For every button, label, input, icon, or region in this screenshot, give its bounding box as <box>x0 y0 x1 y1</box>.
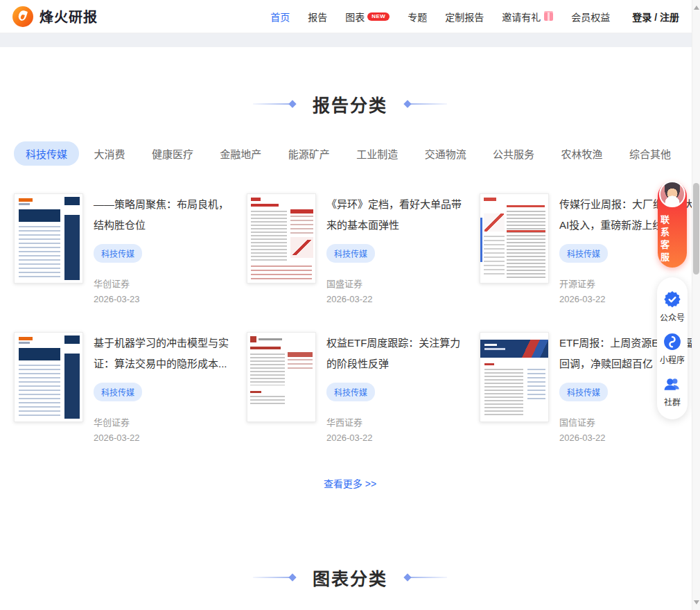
title-decor-right <box>408 103 447 105</box>
report-date: 2026-03-22 <box>94 433 236 443</box>
title-decor-left <box>253 103 292 105</box>
report-card[interactable]: 基于机器学习的冲击模型与实证：算法交易中的隐形成本... 科技传媒 华创证券 2… <box>14 332 247 443</box>
nav-item-label: 邀请有礼 <box>502 10 541 24</box>
report-thumbnail <box>480 193 549 284</box>
nav-item-label: 报告 <box>308 10 327 24</box>
top-navigation-bar: 烽火研报 首页 报告 图表NEW 专题 定制报告 邀请有礼 会员权益 登录 / … <box>0 0 700 33</box>
report-title[interactable]: 基于机器学习的冲击模型与实证：算法交易中的隐形成本... <box>94 333 236 374</box>
report-thumbnail <box>14 332 83 422</box>
tab-tech-media[interactable]: 科技传媒 <box>14 141 79 166</box>
floating-widgets: 联系客服 公众号 小程序 <box>657 182 688 419</box>
header-divider-band <box>0 33 700 47</box>
report-tag[interactable]: 科技传媒 <box>559 244 608 263</box>
customer-service-avatar <box>659 181 685 207</box>
badge-check-icon <box>663 290 681 308</box>
nav-item-label: 定制报告 <box>445 10 484 24</box>
community-button[interactable]: 社群 <box>657 370 688 412</box>
report-tag[interactable]: 科技传媒 <box>94 383 142 401</box>
nav-item-membership[interactable]: 会员权益 <box>571 10 610 24</box>
report-card[interactable]: 权益ETF周度跟踪：关注算力的阶段性反弹 科技传媒 华西证券 2026-03-2… <box>247 332 480 443</box>
report-tag[interactable]: 科技传媒 <box>94 244 142 263</box>
report-section: 报告分类 科技传媒 大消费 健康医疗 金融地产 能源矿产 工业制造 交通物流 公… <box>0 47 700 490</box>
chart-section-title: 图表分类 <box>313 565 387 590</box>
scrollbar-thumb[interactable] <box>693 183 699 274</box>
report-card-body: ——策略周聚焦：布局良机，结构胜仓位 科技传媒 华创证券 2026-03-23 <box>94 193 236 304</box>
report-date: 2026-03-22 <box>559 433 700 443</box>
title-decor-right <box>408 577 447 578</box>
main-nav: 首页 报告 图表NEW 专题 定制报告 邀请有礼 会员权益 登录 / 注册 <box>270 10 679 24</box>
tab-consumer[interactable]: 大消费 <box>82 141 137 166</box>
report-card-body: 权益ETF周度跟踪：关注算力的阶段性反弹 科技传媒 华西证券 2026-03-2… <box>326 332 469 443</box>
customer-service-label: 联系客服 <box>658 212 687 268</box>
tab-agriculture[interactable]: 农林牧渔 <box>550 141 615 166</box>
nav-item-invite-rewards[interactable]: 邀请有礼 <box>502 10 553 24</box>
report-section-header: 报告分类 <box>0 47 700 116</box>
mini-program-button[interactable]: 小程序 <box>657 328 688 370</box>
report-card[interactable]: 《异环》定档，看好大单品带来的基本面弹性 科技传媒 国盛证券 2026-03-2… <box>247 193 480 304</box>
quick-links-panel: 公众号 小程序 社群 <box>657 277 688 419</box>
official-account-button[interactable]: 公众号 <box>657 286 688 328</box>
gift-icon <box>544 12 553 21</box>
report-title[interactable]: 《异环》定档，看好大单品带来的基本面弹性 <box>326 194 469 236</box>
mini-program-label: 小程序 <box>660 354 685 365</box>
flame-logo-icon <box>12 6 33 27</box>
tab-industrial[interactable]: 工业制造 <box>344 141 410 166</box>
chart-section: 图表分类 产业概述 市场规模 竞争格局 产业链 政策法规 公司分析 其他 <box>0 490 700 610</box>
community-label: 社群 <box>664 396 681 408</box>
login-register-link[interactable]: 登录 / 注册 <box>632 10 679 24</box>
report-cards-grid: ——策略周聚焦：布局良机，结构胜仓位 科技传媒 华创证券 2026-03-23 … <box>14 193 700 443</box>
report-source: 华创证券 <box>94 277 236 290</box>
brand[interactable]: 烽火研报 <box>12 6 98 27</box>
report-thumbnail <box>247 193 316 284</box>
nav-item-charts[interactable]: 图表NEW <box>345 10 390 24</box>
nav-item-label: 会员权益 <box>571 10 610 24</box>
report-source: 国盛证券 <box>326 277 469 290</box>
report-thumbnail <box>247 332 316 422</box>
tab-misc[interactable]: 综合其他 <box>618 141 683 166</box>
report-date: 2026-03-23 <box>94 294 236 304</box>
report-source: 华创证券 <box>94 415 236 428</box>
nav-item-label: 首页 <box>270 10 290 24</box>
report-title[interactable]: 权益ETF周度跟踪：关注算力的阶段性反弹 <box>326 333 469 374</box>
new-badge: NEW <box>367 12 390 21</box>
report-card-body: 《异环》定档，看好大单品带来的基本面弹性 科技传媒 国盛证券 2026-03-2… <box>326 193 469 304</box>
community-icon <box>663 375 681 393</box>
official-account-label: 公众号 <box>660 311 685 323</box>
view-more-link[interactable]: 查看更多 >> <box>0 476 700 490</box>
report-section-title: 报告分类 <box>313 92 387 116</box>
title-decor-left <box>253 577 292 578</box>
tab-energy-mining[interactable]: 能源矿产 <box>277 141 342 166</box>
report-date: 2026-03-22 <box>326 294 469 304</box>
chart-section-header: 图表分类 <box>0 490 700 590</box>
report-tag[interactable]: 科技传媒 <box>559 383 608 401</box>
page-scrollbar[interactable] <box>692 0 700 610</box>
nav-item-label: 图表 <box>345 10 365 24</box>
scroll-up-arrow-icon[interactable] <box>694 6 699 10</box>
nav-item-custom-reports[interactable]: 定制报告 <box>445 10 484 24</box>
report-source: 华西证券 <box>326 415 469 428</box>
report-card[interactable]: ——策略周聚焦：布局良机，结构胜仓位 科技传媒 华创证券 2026-03-23 <box>14 193 247 304</box>
tab-health-medical[interactable]: 健康医疗 <box>140 141 205 166</box>
report-thumbnail <box>14 193 83 284</box>
tab-transport-logistics[interactable]: 交通物流 <box>413 141 478 166</box>
nav-item-label: 专题 <box>408 10 427 24</box>
report-tag[interactable]: 科技传媒 <box>326 383 375 401</box>
homepage: 烽火研报 首页 报告 图表NEW 专题 定制报告 邀请有礼 会员权益 登录 / … <box>0 0 700 610</box>
brand-name: 烽火研报 <box>40 6 98 26</box>
scroll-down-arrow-icon[interactable] <box>694 600 699 604</box>
nav-item-home[interactable]: 首页 <box>270 10 290 24</box>
report-category-tabs: 科技传媒 大消费 健康医疗 金融地产 能源矿产 工业制造 交通物流 公共服务 农… <box>14 141 683 166</box>
nav-item-reports[interactable]: 报告 <box>308 10 327 24</box>
report-date: 2026-03-22 <box>326 433 469 443</box>
tab-public-services[interactable]: 公共服务 <box>481 141 546 166</box>
report-card-body: 基于机器学习的冲击模型与实证：算法交易中的隐形成本... 科技传媒 华创证券 2… <box>94 332 236 443</box>
miniprogram-icon <box>663 333 681 351</box>
report-title[interactable]: ——策略周聚焦：布局良机，结构胜仓位 <box>94 194 236 236</box>
report-tag[interactable]: 科技传媒 <box>326 244 375 263</box>
customer-service-button[interactable]: 联系客服 <box>658 182 687 268</box>
tab-finance-realestate[interactable]: 金融地产 <box>208 141 273 166</box>
nav-item-topics[interactable]: 专题 <box>408 10 427 24</box>
report-thumbnail <box>480 332 549 422</box>
